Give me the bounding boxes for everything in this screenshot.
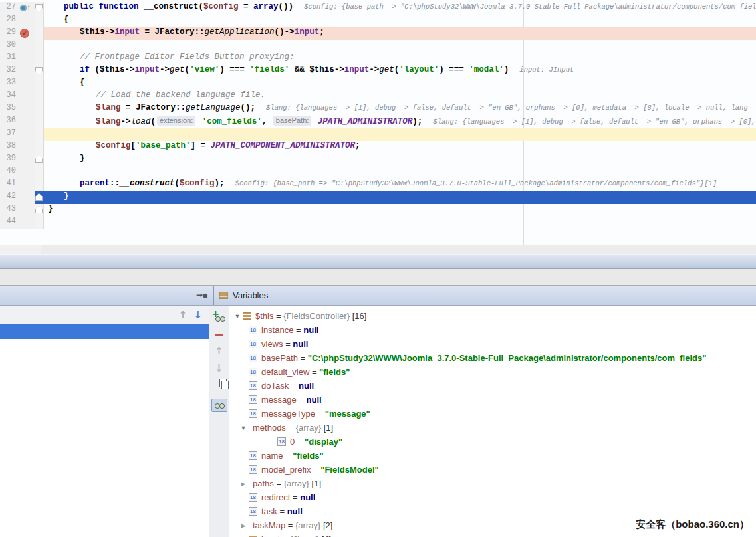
variable-row[interactable]: 18task = null — [229, 504, 756, 518]
show-watches-toggle[interactable] — [211, 399, 227, 412]
code-text[interactable]: $lang = JFactory::getLanguage();$lang: {… — [44, 103, 756, 116]
frame-up-icon[interactable]: ↑ — [179, 309, 188, 321]
code-editor[interactable]: 27↑public function __construct($config =… — [0, 0, 756, 245]
variable-row[interactable]: ▼input = {JInput} [4] — [229, 532, 756, 537]
expand-arrow-icon[interactable]: ▶ — [238, 481, 249, 487]
line-number[interactable]: 32 — [0, 65, 19, 78]
variable-row[interactable]: 18default_view = "fields" — [229, 365, 756, 379]
code-text[interactable]: $lang->load(extension: 'com_fields', bas… — [44, 116, 756, 128]
line-number[interactable]: 35 — [0, 103, 19, 116]
line-number[interactable]: 42 — [0, 191, 19, 204]
variable-row[interactable]: 18views = null — [229, 337, 756, 351]
variables-tab[interactable]: Variables — [214, 286, 268, 305]
variable-row[interactable]: ▼$this = {FieldsController} [16] — [229, 309, 756, 323]
line-number[interactable]: 33 — [0, 78, 19, 90]
code-text[interactable]: public function __construct($config = ar… — [44, 2, 756, 15]
gutter-cell[interactable] — [19, 78, 35, 90]
horizontal-scrollbar[interactable] — [0, 245, 756, 254]
debugger-panel: →▪ Variables ↑ ↓ + ↑ ↓ — [0, 286, 756, 537]
gutter-cell[interactable] — [19, 15, 35, 27]
code-text[interactable]: } — [44, 154, 756, 166]
move-up-button[interactable]: ↑ — [212, 344, 227, 358]
gutter-cell[interactable] — [19, 116, 35, 128]
frames-pane-header[interactable]: →▪ — [0, 286, 214, 305]
line-number[interactable]: 37 — [0, 128, 19, 141]
expand-arrow-icon[interactable]: ▼ — [232, 313, 243, 320]
gutter-cell[interactable] — [19, 179, 35, 191]
line-number[interactable]: 43 — [0, 204, 19, 217]
line-number[interactable]: 34 — [0, 90, 19, 103]
variable-row[interactable]: 18instance = null — [229, 323, 756, 337]
code-text[interactable]: if ($this->input->get('view') === 'field… — [44, 65, 756, 78]
code-text[interactable]: $this->input = JFactory::getApplication(… — [44, 27, 756, 40]
gutter-cell[interactable] — [19, 166, 35, 179]
code-text[interactable]: { — [44, 78, 756, 90]
fold-marker-icon[interactable] — [35, 206, 43, 213]
add-watch-button[interactable]: + — [212, 310, 227, 323]
gutter-cell[interactable] — [19, 154, 35, 166]
code-text[interactable]: // Load the backend language file. — [44, 90, 756, 103]
frames-pane[interactable]: ↑ ↓ — [0, 306, 209, 537]
code-text[interactable]: } — [44, 204, 756, 217]
gutter-cell[interactable] — [19, 128, 35, 141]
copy-button[interactable] — [212, 379, 227, 392]
line-number[interactable]: 44 — [0, 217, 19, 229]
fold-marker-icon[interactable] — [35, 156, 43, 163]
line-number[interactable]: 29 — [0, 27, 19, 40]
gutter-cell[interactable] — [19, 90, 35, 103]
variable-row[interactable]: 18basePath = "C:\phpStudy32\WWW\Joomla_3… — [229, 351, 756, 365]
line-number[interactable]: 28 — [0, 15, 19, 27]
fold-marker-icon[interactable] — [35, 4, 43, 11]
gutter-cell[interactable] — [19, 191, 35, 204]
code-text[interactable] — [44, 217, 756, 229]
variable-row[interactable]: 180 = "display" — [229, 435, 756, 449]
code-text[interactable] — [44, 128, 756, 141]
line-number[interactable]: 41 — [0, 179, 19, 191]
variable-row[interactable]: ▶paths = {array} [1] — [229, 477, 756, 490]
line-number[interactable]: 39 — [0, 154, 19, 166]
code-text[interactable] — [44, 166, 756, 179]
move-down-button[interactable]: ↓ — [212, 362, 227, 375]
expand-arrow-icon[interactable]: ▶ — [238, 522, 249, 529]
gutter-cell[interactable] — [19, 141, 35, 154]
variable-row[interactable]: 18message = null — [229, 393, 756, 407]
fold-marker-icon[interactable] — [35, 193, 43, 201]
expand-arrow-icon[interactable]: ▼ — [238, 425, 249, 431]
gutter-cell[interactable] — [19, 40, 35, 53]
code-token: public function — [64, 2, 144, 11]
remove-watch-button[interactable] — [212, 327, 227, 340]
variable-row[interactable]: 18doTask = null — [229, 379, 756, 393]
gutter-cell[interactable] — [19, 217, 35, 229]
code-text[interactable]: // Frontpage Editor Fields Button proxyi… — [44, 53, 756, 65]
code-text[interactable] — [44, 40, 756, 53]
line-number[interactable]: 31 — [0, 53, 19, 65]
fold-marker-icon[interactable] — [35, 67, 43, 74]
pin-restore-icon[interactable]: →▪ — [196, 290, 208, 300]
line-number[interactable]: 40 — [0, 166, 19, 179]
splitter-band[interactable] — [0, 254, 756, 268]
line-number[interactable]: 30 — [0, 40, 19, 53]
variable-row[interactable]: 18model_prefix = "FieldsModel" — [229, 463, 756, 477]
gutter-cell[interactable] — [19, 65, 35, 78]
frame-down-icon[interactable]: ↓ — [193, 309, 202, 321]
line-number[interactable]: 38 — [0, 141, 19, 154]
line-number[interactable]: 36 — [0, 116, 19, 128]
variable-name: input — [261, 534, 280, 537]
code-text[interactable]: { — [44, 15, 756, 27]
selected-frame-row[interactable] — [0, 324, 209, 339]
variables-tree[interactable]: ▼$this = {FieldsController} [16]18instan… — [229, 306, 756, 537]
code-text[interactable]: $config['base_path'] = JPATH_COMPONENT_A… — [44, 141, 756, 154]
line-number[interactable]: 27 — [0, 2, 19, 15]
variable-row[interactable]: ▼methods = {array} [1] — [229, 421, 756, 435]
glasses-icon — [215, 316, 225, 322]
gutter-cell[interactable] — [19, 53, 35, 65]
variable-row[interactable]: 18name = "fields" — [229, 449, 756, 463]
code-text[interactable]: } — [44, 191, 756, 204]
breakpoint-icon[interactable]: ✓ — [19, 27, 35, 40]
variable-row[interactable]: 18redirect = null — [229, 490, 756, 504]
variable-row[interactable]: 18messageType = "message" — [229, 407, 756, 421]
gutter-cell[interactable] — [19, 204, 35, 217]
override-method-icon[interactable]: ↑ — [19, 2, 35, 15]
gutter-cell[interactable] — [19, 103, 35, 116]
code-text[interactable]: parent::__construct($config);$config: {b… — [44, 179, 756, 191]
